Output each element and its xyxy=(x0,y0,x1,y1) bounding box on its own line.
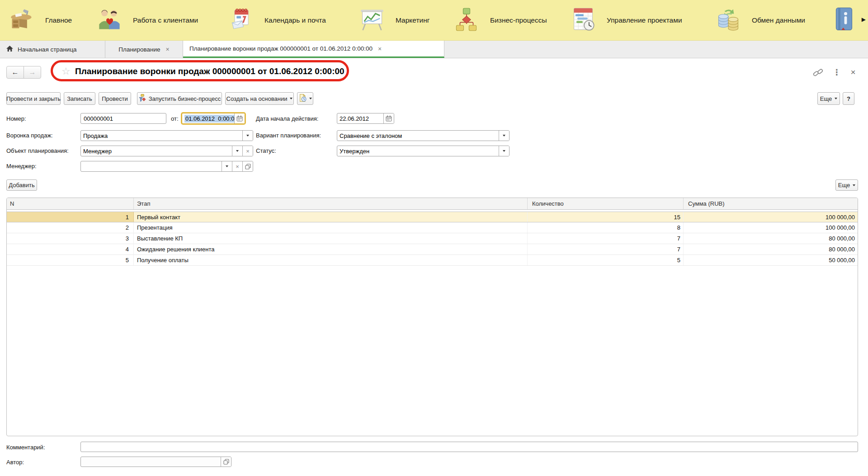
variant-combo[interactable]: Сравнение с эталоном xyxy=(337,130,509,141)
help-button[interactable]: ? xyxy=(843,92,854,105)
document-date-field[interactable]: 01.06.2012 0:00:00 xyxy=(182,113,245,124)
clear-button[interactable]: × xyxy=(232,161,242,171)
cell-quantity[interactable]: 8 xyxy=(528,222,684,233)
start-date-field[interactable]: 22.06.2012 xyxy=(337,113,394,124)
table-row[interactable]: 2 Презентация 8 100 000,00 xyxy=(7,222,858,233)
combo-arrow-button[interactable] xyxy=(222,161,232,171)
cell-stage[interactable]: Выставление КП xyxy=(134,233,528,244)
combo-arrow-button[interactable] xyxy=(242,131,253,141)
menu-item-data-exchange[interactable]: Обмен данными xyxy=(716,0,805,41)
author-field[interactable] xyxy=(80,457,231,467)
toolbar-more-button[interactable]: Еще xyxy=(817,92,840,105)
manager-value[interactable] xyxy=(81,161,222,171)
post-and-close-button[interactable]: Провести и закрыть xyxy=(6,92,61,105)
cell-quantity[interactable]: 7 xyxy=(528,233,684,244)
create-based-on-button[interactable]: Создать на основании xyxy=(225,92,294,105)
funnel-value[interactable]: Продажа xyxy=(81,131,242,141)
document-date-input[interactable]: 01.06.2012 0:00:00 xyxy=(182,113,234,123)
cell-sum[interactable]: 80 000,00 xyxy=(684,244,858,254)
open-button[interactable] xyxy=(221,457,231,467)
combo-arrow-button[interactable] xyxy=(499,131,509,141)
menu-item-label: Работа с клиентами xyxy=(133,16,198,24)
planning-object-combo[interactable]: Менеджер × xyxy=(80,146,253,156)
planning-object-label: Объект планирования: xyxy=(6,147,69,154)
planning-object-value[interactable]: Менеджер xyxy=(81,146,232,156)
funnel-combo[interactable]: Продажа xyxy=(80,130,253,141)
cell-row-number[interactable]: 2 xyxy=(7,222,134,233)
dropdown-arrow-icon xyxy=(309,98,312,99)
forward-button[interactable]: → xyxy=(24,66,41,79)
cell-sum[interactable]: 100 000,00 xyxy=(684,212,858,222)
create-document-copy-button[interactable] xyxy=(297,92,313,105)
home-icon xyxy=(6,46,13,53)
cell-stage[interactable]: Получение оплаты xyxy=(134,255,528,265)
calendar-picker-button[interactable] xyxy=(234,113,245,123)
cell-row-number[interactable]: 3 xyxy=(7,233,134,244)
table-row[interactable]: 5 Получение оплаты 5 50 000,00 xyxy=(7,255,858,266)
number-input[interactable]: 000000001 xyxy=(80,113,166,124)
number-label: Номер: xyxy=(6,115,26,122)
add-row-button[interactable]: Добавить xyxy=(6,179,37,191)
start-date-input[interactable]: 22.06.2012 xyxy=(337,113,383,123)
calendar-mail-icon xyxy=(228,7,254,34)
tab-label: Планирование xyxy=(118,46,160,53)
dropdown-arrow-icon xyxy=(853,184,855,186)
status-value[interactable]: Утвержден xyxy=(337,146,499,156)
desk-icon xyxy=(9,7,34,34)
databases-sync-icon xyxy=(716,7,741,34)
button-label: Запустить бизнес-процесс xyxy=(149,95,221,102)
tab-home[interactable]: Начальная страница xyxy=(0,41,105,58)
table-header-row: N Этап Количество Сумма (RUB) xyxy=(7,198,858,210)
menu-item-main[interactable]: Главное xyxy=(9,0,72,41)
column-header-sum: Сумма (RUB) xyxy=(684,198,858,209)
cell-sum[interactable]: 100 000,00 xyxy=(684,222,858,233)
post-button[interactable]: Провести xyxy=(99,92,131,105)
author-value[interactable] xyxy=(81,457,221,467)
tab-close-icon[interactable]: × xyxy=(165,46,169,53)
gantt-clock-icon xyxy=(571,7,596,34)
table-row[interactable]: 1 Первый контакт 15 100 000,00 xyxy=(7,212,858,222)
menu-item-marketing[interactable]: Маркетинг xyxy=(359,0,429,41)
cell-quantity[interactable]: 7 xyxy=(528,244,684,254)
menu-item-clients[interactable]: Работа с клиентами xyxy=(97,0,198,41)
help-book-icon[interactable] xyxy=(835,7,854,33)
marketing-board-icon xyxy=(359,7,385,34)
cell-stage[interactable]: Ожидание решения клиента xyxy=(134,244,528,254)
tab-close-icon[interactable]: × xyxy=(378,45,382,52)
clear-button[interactable]: × xyxy=(242,146,253,156)
tab-document[interactable]: Планирование воронки продаж 000000001 от… xyxy=(183,41,444,58)
cell-sum[interactable]: 50 000,00 xyxy=(684,255,858,265)
variant-value[interactable]: Сравнение с эталоном xyxy=(337,131,499,141)
cell-row-number[interactable]: 4 xyxy=(7,244,134,254)
manager-combo[interactable]: × xyxy=(80,161,253,172)
calendar-picker-button[interactable] xyxy=(383,113,394,123)
cell-quantity[interactable]: 5 xyxy=(528,255,684,265)
menu-item-projects[interactable]: Управление проектами xyxy=(571,0,682,41)
tab-planning[interactable]: Планирование × xyxy=(105,41,183,58)
comment-input[interactable] xyxy=(80,442,858,452)
close-icon[interactable]: × xyxy=(847,67,859,78)
link-icon[interactable] xyxy=(812,67,824,78)
favorite-star-icon[interactable]: ☆ xyxy=(61,65,71,78)
write-button[interactable]: Записать xyxy=(64,92,95,105)
open-button[interactable] xyxy=(242,161,253,171)
menu-overflow-arrow[interactable]: ▶ xyxy=(862,16,866,23)
menu-item-business-processes[interactable]: Бизнес-процессы xyxy=(454,0,547,41)
table-row[interactable]: 3 Выставление КП 7 80 000,00 xyxy=(7,233,858,244)
cell-sum[interactable]: 80 000,00 xyxy=(684,233,858,244)
table-row[interactable]: 4 Ожидание решения клиента 7 80 000,00 xyxy=(7,244,858,255)
cell-stage[interactable]: Первый контакт xyxy=(134,212,528,222)
menu-item-calendar-mail[interactable]: Календарь и почта xyxy=(228,0,326,41)
status-combo[interactable]: Утвержден xyxy=(337,146,509,156)
back-button[interactable]: ← xyxy=(6,66,24,79)
combo-arrow-button[interactable] xyxy=(499,146,509,156)
run-business-process-button[interactable]: Запустить бизнес-процесс xyxy=(137,92,222,105)
kebab-menu-icon[interactable]: ⋮ xyxy=(831,67,843,78)
combo-arrow-button[interactable] xyxy=(232,146,242,156)
cell-quantity[interactable]: 15 xyxy=(528,212,684,222)
cell-row-number[interactable]: 5 xyxy=(7,255,134,265)
cell-stage[interactable]: Презентация xyxy=(134,222,528,233)
cell-row-number[interactable]: 1 xyxy=(7,212,134,222)
start-date-label: Дата начала действия: xyxy=(256,115,318,122)
grid-more-button[interactable]: Еще xyxy=(835,179,858,191)
